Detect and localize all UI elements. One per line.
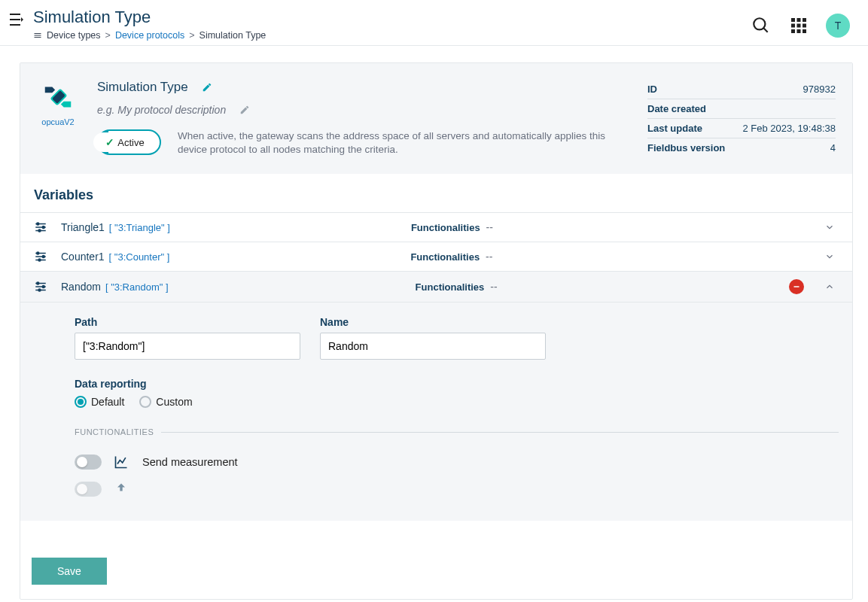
breadcrumb-current: Simulation Type	[199, 30, 266, 41]
nav-toggle-icon[interactable]	[9, 8, 24, 26]
protocol-title: Simulation Type	[97, 80, 188, 95]
protocol-type-label: opcuaV2	[41, 117, 74, 126]
reporting-default-radio[interactable]: Default	[75, 396, 124, 408]
svg-rect-6	[803, 24, 806, 28]
svg-point-18	[37, 282, 39, 284]
svg-rect-3	[803, 18, 806, 22]
protocol-header: opcuaV2 Simulation Type e.g. My protocol…	[20, 63, 852, 174]
svg-point-0	[754, 18, 765, 29]
variable-path-badge: [ "3:Random" ]	[105, 281, 169, 293]
functionality-label: Send measurement	[142, 456, 238, 468]
functionality-toggle[interactable]	[75, 482, 102, 497]
active-toggle[interactable]: ✓ Active	[97, 129, 161, 155]
check-icon: ✓	[105, 136, 114, 148]
svg-point-16	[42, 256, 44, 258]
edit-description-icon[interactable]	[239, 105, 250, 115]
breadcrumb-icon	[33, 31, 42, 40]
avatar[interactable]: T	[826, 14, 850, 38]
svg-point-17	[38, 259, 41, 261]
svg-point-14	[38, 230, 41, 232]
sliders-icon	[34, 250, 53, 263]
reporting-custom-radio[interactable]: Custom	[139, 396, 192, 408]
variable-name: Counter1	[61, 251, 105, 263]
variables-heading: Variables	[20, 187, 852, 212]
protocol-description[interactable]: e.g. My protocol description	[97, 104, 226, 116]
chevron-down-icon[interactable]	[821, 222, 839, 233]
edit-title-icon[interactable]	[202, 82, 212, 93]
svg-point-13	[42, 227, 44, 229]
sliders-icon	[34, 280, 53, 293]
topbar: Simulation Type Device types > Device pr…	[0, 0, 868, 46]
apps-grid-icon[interactable]	[788, 15, 809, 36]
breadcrumb-link[interactable]: Device protocols	[115, 30, 184, 41]
send-measurement-toggle[interactable]	[75, 455, 102, 470]
path-input[interactable]	[75, 333, 300, 360]
variable-detail-panel: Path Name Data reporting Default	[20, 302, 852, 521]
svg-point-15	[37, 252, 39, 254]
chevron-down-icon[interactable]	[821, 251, 839, 262]
variable-name: Random	[61, 281, 101, 293]
svg-rect-1	[791, 18, 795, 22]
functionality-item	[75, 476, 839, 503]
remove-variable-button[interactable]	[789, 279, 804, 294]
meta-table: ID978932 Date created Last update2 Feb 2…	[647, 80, 836, 157]
search-icon[interactable]	[751, 15, 772, 36]
chart-line-icon	[114, 455, 130, 470]
name-input[interactable]	[320, 333, 546, 360]
svg-rect-4	[791, 24, 795, 28]
svg-point-12	[37, 223, 39, 225]
breadcrumb-item[interactable]: Device types	[47, 30, 101, 41]
data-reporting-label: Data reporting	[75, 378, 147, 390]
svg-rect-5	[797, 24, 801, 28]
svg-rect-7	[791, 29, 795, 33]
name-label: Name	[320, 316, 546, 328]
variable-path-badge: [ "3:Triangle" ]	[109, 222, 170, 233]
functionality-item: Send measurement	[75, 448, 839, 476]
svg-rect-8	[797, 29, 801, 33]
svg-point-20	[38, 289, 41, 291]
functionalities-heading: FUNCTIONALITIES	[75, 427, 154, 436]
chevron-up-icon[interactable]	[821, 281, 839, 292]
variable-row[interactable]: Random [ "3:Random" ] Functionalities --	[20, 271, 852, 302]
svg-rect-9	[803, 29, 806, 33]
variable-name: Triangle1	[61, 221, 105, 233]
path-label: Path	[75, 316, 300, 328]
save-button[interactable]: Save	[32, 558, 107, 585]
page-title: Simulation Type	[33, 8, 266, 27]
variable-row[interactable]: Triangle1 [ "3:Triangle" ] Functionaliti…	[20, 212, 852, 242]
breadcrumb: Device types > Device protocols > Simula…	[33, 30, 266, 41]
variable-row[interactable]: Counter1 [ "3:Counter" ] Functionalities…	[20, 242, 852, 271]
sliders-icon	[34, 220, 53, 234]
svg-point-19	[42, 286, 44, 288]
protocol-icon	[41, 80, 75, 114]
upload-icon	[114, 482, 130, 497]
active-help-text: When active, the gateway scans the addre…	[178, 129, 629, 157]
svg-rect-2	[797, 18, 801, 22]
variable-path-badge: [ "3:Counter" ]	[109, 251, 170, 263]
